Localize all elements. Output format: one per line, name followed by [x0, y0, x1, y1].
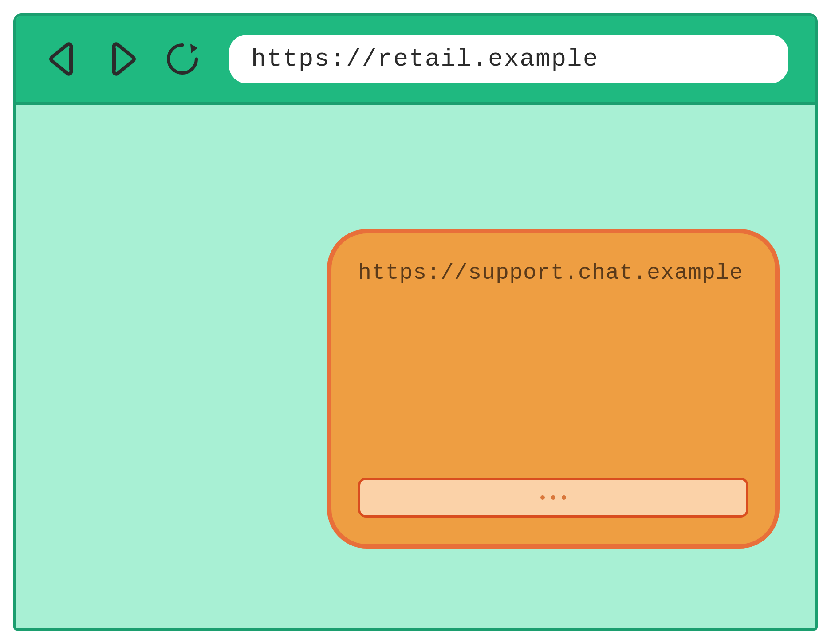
- forward-icon: [102, 39, 142, 79]
- back-icon: [43, 39, 83, 79]
- chat-widget-url: https://support.chat.example: [358, 260, 748, 285]
- address-bar-url: https://retail.example: [251, 45, 599, 73]
- browser-toolbar: https://retail.example: [16, 16, 815, 105]
- back-button[interactable]: [43, 39, 83, 79]
- address-bar[interactable]: https://retail.example: [229, 35, 788, 83]
- nav-icons: [43, 39, 202, 79]
- reload-icon: [162, 39, 202, 79]
- typing-indicator-icon: [540, 495, 566, 500]
- browser-content: https://support.chat.example: [16, 105, 815, 628]
- browser-window: https://retail.example https://support.c…: [13, 13, 818, 631]
- reload-button[interactable]: [162, 39, 202, 79]
- chat-input-wrapper: [358, 478, 748, 518]
- forward-button[interactable]: [102, 39, 142, 79]
- chat-widget: https://support.chat.example: [327, 229, 780, 549]
- chat-input[interactable]: [358, 478, 748, 518]
